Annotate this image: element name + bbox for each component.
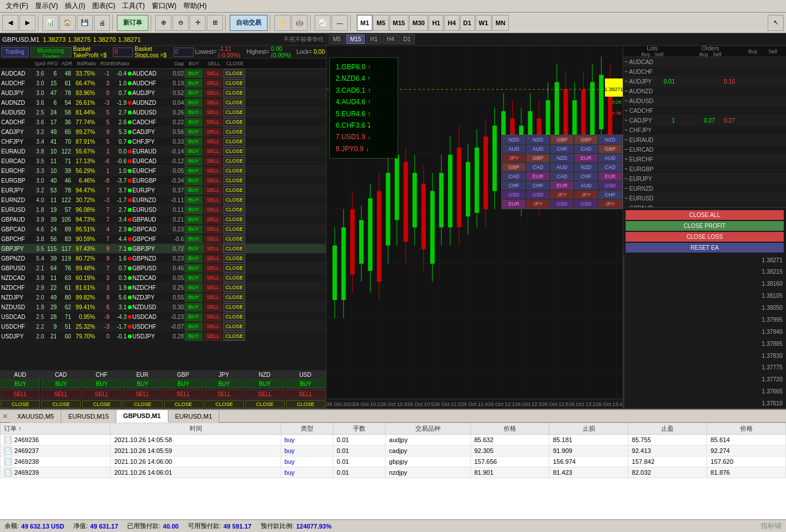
toolbar-grid[interactable]: ⊞ (207, 15, 223, 31)
sym-sell-gbpcad[interactable]: SELL (204, 225, 222, 234)
curr-buy-cad[interactable]: BUY (41, 380, 81, 388)
curr-sell-eur[interactable]: SELL (123, 390, 162, 399)
sym-buy-gbpchf[interactable]: BUY (184, 235, 203, 243)
sym-buy-gbpcad[interactable]: BUY (184, 225, 203, 234)
curr-sell-aud[interactable]: SELL (1, 390, 40, 399)
sym-buy-audjpy[interactable]: BUY (184, 89, 203, 97)
sym-sell-eurnzd[interactable]: SELL (204, 196, 222, 204)
order-row-2469236[interactable]: 📄2469236 2021.10.26 14:05:58 buy 0.01 au… (1, 435, 786, 446)
sym-buy-nzdjpy[interactable]: BUY (184, 293, 203, 302)
mc-jpy-4[interactable]: JPY (526, 199, 550, 208)
mc-gbp-4[interactable]: GBP (526, 153, 550, 163)
curr-sell-usd[interactable]: SELL (286, 390, 325, 399)
sym-row-eurnzd[interactable]: EURNZD 4.0 11 122 30.72% -3 -1.7 EURNZD … (0, 195, 326, 205)
sym-buy-audnzd[interactable]: BUY (184, 98, 203, 107)
monitoring-button[interactable]: Monitoring Trades (30, 47, 72, 57)
mc-gbp-5[interactable]: GBP (502, 163, 526, 172)
sym-row-nzdusd[interactable]: NZDUSD 1.9 29 62 99.41% 6 3.1 NZDUSD 0.3… (0, 302, 326, 312)
mc-eur-1[interactable]: EUR (574, 153, 598, 163)
mc-aud-1[interactable]: AUD (502, 144, 526, 153)
sym-sell-euraud[interactable]: SELL (204, 147, 222, 156)
mc-cad-4[interactable]: CAD (502, 172, 526, 181)
sym-sell-audusd[interactable]: SELL (204, 108, 222, 117)
mc-chf-5[interactable]: CHF (598, 190, 622, 199)
sym-row-eurchf[interactable]: EURCHF 3.3 10 39 56.29% 1 1.0 EURCHF 0.0… (0, 166, 326, 176)
sym-buy-cadchf[interactable]: BUY (184, 118, 203, 127)
sym-sell-chfjpy[interactable]: SELL (204, 137, 222, 146)
sym-sell-eurcad[interactable]: SELL (204, 157, 222, 165)
curr-buy-nzd[interactable]: BUY (245, 380, 285, 388)
toolbar-crosshair[interactable]: ✛ (190, 15, 206, 31)
curr-label-aud[interactable]: AUD (0, 371, 41, 379)
sym-close-audnzd[interactable]: CLOSE (223, 98, 245, 107)
sym-row-nzdjpy[interactable]: NZDJPY 2.0 49 80 99.82% 9 5.6 NZDJPY 0.5… (0, 293, 326, 302)
sym-buy-eurnzd[interactable]: BUY (184, 196, 203, 204)
toolbar-print-btn[interactable]: 🖨 (94, 15, 110, 31)
curr-sell-chf[interactable]: SELL (82, 390, 121, 399)
menu-tools[interactable]: 工具(T) (119, 1, 148, 11)
close-loss-button[interactable]: CLOSE LOSS (626, 232, 784, 242)
mc-nzd-3[interactable]: NZD (598, 135, 622, 144)
sym-close-usdcad[interactable]: CLOSE (223, 313, 245, 321)
toolbar-home-btn[interactable]: 🏠 (60, 15, 76, 31)
sym-sell-nzdchf[interactable]: SELL (204, 283, 222, 292)
sym-close-eurjpy[interactable]: CLOSE (223, 186, 245, 195)
sym-row-eurgbp[interactable]: EURGBP 3.0 40 46 6.46% -8 -3.7 EURGBP -0… (0, 176, 326, 186)
curr-label-usd[interactable]: USD (285, 371, 326, 379)
sym-close-eurusd[interactable]: CLOSE (223, 206, 245, 214)
sym-buy-gbpjpy[interactable]: BUY (184, 245, 203, 253)
chart-tf-h1[interactable]: H1 (366, 34, 382, 44)
curr-label-nzd[interactable]: NZD (245, 371, 285, 379)
sym-close-cadjpy[interactable]: CLOSE (223, 128, 245, 136)
mc-chf-1[interactable]: CHF (550, 144, 574, 153)
mc-usd-4[interactable]: USD (550, 199, 574, 208)
mc-nzd-nzd[interactable]: NZD (502, 135, 526, 144)
mc-nzd-5[interactable]: NZD (574, 163, 598, 172)
sym-close-gbpusd[interactable]: CLOSE (223, 264, 245, 273)
sym-close-gbpchf[interactable]: CLOSE (223, 235, 245, 243)
sym-row-cadjpy[interactable]: CADJPY 3.2 49 65 99.27% 9 5.3 CADJPY 0.5… (0, 127, 326, 137)
close-all-button[interactable]: CLOSE ALL (626, 210, 784, 220)
sym-sell-cadjpy[interactable]: SELL (204, 128, 222, 136)
sym-close-eurgbp[interactable]: CLOSE (223, 176, 245, 185)
menu-window[interactable]: 窗口(W) (148, 1, 180, 11)
sym-sell-gbpnzd[interactable]: SELL (204, 254, 222, 263)
sym-row-audchf[interactable]: AUDCHF 3.0 15 61 66.47% 3 1.0 AUDCHF 0.1… (0, 78, 326, 88)
sym-close-nzdcad[interactable]: CLOSE (223, 274, 245, 282)
tf-h4[interactable]: H4 (444, 15, 459, 31)
sym-sell-gbpchf[interactable]: SELL (204, 235, 222, 243)
sym-row-chfjpy[interactable]: CHFJPY 3.4 41 70 87.91% 5 0.7 CHFJPY 0.3… (0, 137, 326, 147)
toolbar-line[interactable]: 📈 (315, 15, 331, 31)
sym-sell-gbpusd[interactable]: SELL (204, 264, 222, 273)
mc-jpy-3[interactable]: JPY (574, 190, 598, 199)
sym-close-audjpy[interactable]: CLOSE (223, 89, 245, 97)
sym-buy-gbpusd[interactable]: BUY (184, 264, 203, 273)
sym-sell-eurusd[interactable]: SELL (204, 206, 222, 214)
toolbar-expert[interactable]: 🤖 (292, 15, 308, 31)
sym-row-gbpjpy[interactable]: GBPJPY 3.5 115 117 97.43% 9 7.1 GBPJPY 0… (0, 244, 326, 254)
curr-buy-chf[interactable]: BUY (82, 380, 121, 388)
sym-row-gbpcad[interactable]: GBPCAD 4.6 24 89 86.51% 4 2.3 GBPCAD 0.2… (0, 224, 326, 234)
mc-nzd-2[interactable]: NZD (526, 135, 550, 144)
order-row-2469238[interactable]: 📄2469238 2021.10.26 14:06:00 buy 0.01 gb… (1, 456, 786, 467)
curr-buy-aud[interactable]: BUY (1, 380, 40, 388)
sym-buy-eurusd[interactable]: BUY (184, 206, 203, 214)
mc-eur-2[interactable]: EUR (526, 172, 550, 181)
sym-row-gbpusd[interactable]: GBPUSD 2.1 64 76 99.48% 7 0.7 GBPUSD 0.4… (0, 263, 326, 273)
reset-ea-button[interactable]: RESET EA (626, 243, 784, 253)
toolbar-zoom-out[interactable]: ⊖ (172, 15, 188, 31)
curr-sell-cad[interactable]: SELL (41, 390, 81, 399)
sym-sell-gbpaud[interactable]: SELL (204, 215, 222, 224)
sym-row-audnzd[interactable]: AUDNZD 3.6 6 54 26.61% -3 -1.9 AUDNZD 0.… (0, 98, 326, 108)
sym-buy-cadjpy[interactable]: BUY (184, 128, 203, 136)
chart-tf-d1[interactable]: D1 (399, 34, 415, 44)
curr-close-usd[interactable]: CLOSE (286, 400, 325, 408)
sym-buy-audusd[interactable]: BUY (184, 108, 203, 117)
sym-row-audjpy[interactable]: AUDJPY 3.0 47 78 93.96% 0 0.7 AUDJPY 0.5… (0, 88, 326, 98)
curr-sell-nzd[interactable]: SELL (245, 390, 285, 399)
mc-chf-3[interactable]: CHF (502, 181, 526, 190)
sym-close-audchf[interactable]: CLOSE (223, 79, 245, 88)
curr-buy-eur[interactable]: BUY (123, 380, 162, 388)
curr-sell-jpy[interactable]: SELL (205, 390, 244, 399)
sym-sell-usdchf[interactable]: SELL (204, 322, 222, 331)
